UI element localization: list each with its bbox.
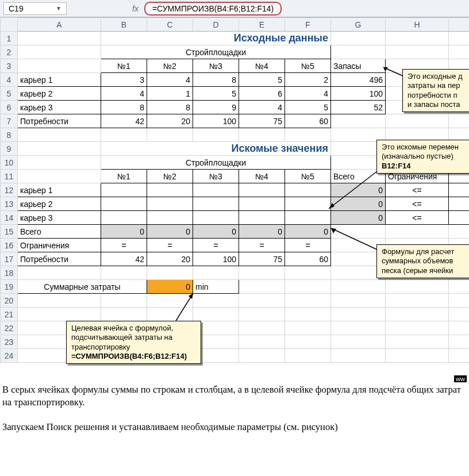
data-cell[interactable]: 5 [239, 73, 285, 87]
var-cell[interactable] [147, 211, 193, 225]
data-cell[interactable]: 52 [331, 101, 386, 114]
data-cell[interactable]: 3 [101, 73, 147, 87]
data-cell[interactable]: 75 [239, 114, 285, 128]
row-header[interactable]: 10 [1, 156, 18, 170]
row-header[interactable]: 9 [1, 142, 18, 156]
var-cell[interactable] [193, 197, 239, 211]
col-header[interactable]: B [101, 18, 147, 32]
row-header[interactable]: 15 [1, 225, 18, 239]
sum-cell[interactable]: 0 [331, 211, 386, 225]
row-header[interactable]: 1 [1, 32, 18, 45]
row-header[interactable]: 2 [1, 45, 18, 59]
var-cell[interactable] [147, 197, 193, 211]
row-header[interactable]: 19 [1, 280, 18, 294]
data-cell[interactable]: 60 [285, 252, 331, 266]
data-cell[interactable]: 100 [331, 87, 386, 101]
arrow-icon [329, 227, 380, 253]
row-header[interactable]: 21 [1, 308, 18, 321]
data-cell[interactable]: 100 [193, 252, 239, 266]
col-label: №2 [147, 170, 193, 183]
fx-icon[interactable]: fx [129, 4, 142, 13]
data-cell[interactable]: 8 [193, 73, 239, 87]
data-cell[interactable]: 8 [147, 101, 193, 114]
var-cell[interactable] [285, 183, 331, 197]
row-header[interactable]: 5 [1, 87, 18, 101]
var-cell[interactable] [147, 183, 193, 197]
constraint-cell: = [285, 239, 331, 252]
row-header[interactable]: 11 [1, 170, 18, 183]
var-cell[interactable] [101, 211, 147, 225]
col-label: №1 [101, 170, 147, 183]
var-cell[interactable] [101, 197, 147, 211]
data-cell[interactable]: 20 [147, 114, 193, 128]
data-cell[interactable]: 4 [285, 87, 331, 101]
row-header[interactable]: 4 [1, 73, 18, 87]
row-header[interactable]: 12 [1, 183, 18, 197]
data-cell[interactable]: 5 [193, 87, 239, 101]
col-header[interactable]: F [285, 18, 331, 32]
data-cell[interactable]: 2 [285, 73, 331, 87]
data-cell[interactable]: 9 [193, 101, 239, 114]
var-cell[interactable] [193, 211, 239, 225]
var-cell[interactable] [193, 183, 239, 197]
var-cell[interactable] [285, 197, 331, 211]
row-header[interactable]: 22 [1, 321, 18, 335]
row-header[interactable]: 17 [1, 252, 18, 266]
row-label: карьер 2 [18, 87, 101, 101]
formula-text[interactable]: =СУММПРОИЗВ(B4:F6;B12:F14) [152, 4, 274, 13]
data-cell[interactable]: 496 [331, 73, 386, 87]
data-cell[interactable]: 8 [101, 101, 147, 114]
row-header[interactable]: 24 [1, 349, 18, 363]
data-cell[interactable]: 4 [101, 87, 147, 101]
data-cell[interactable]: 60 [285, 114, 331, 128]
row-header[interactable]: 16 [1, 239, 18, 252]
row-header[interactable]: 6 [1, 101, 18, 114]
arrow-icon [382, 66, 405, 83]
data-cell[interactable]: 20 [147, 252, 193, 266]
col-header[interactable]: C [147, 18, 193, 32]
data-cell[interactable]: 75 [239, 252, 285, 266]
chevron-down-icon[interactable]: ▼ [56, 5, 61, 11]
data-cell[interactable]: 6 [239, 87, 285, 101]
var-cell[interactable] [239, 197, 285, 211]
select-all-corner[interactable] [1, 18, 18, 32]
sum-cell[interactable]: 0 [239, 225, 285, 239]
data-cell[interactable]: 5 [285, 101, 331, 114]
sum-cell[interactable]: 0 [147, 225, 193, 239]
name-box[interactable]: C19 ▼ [3, 2, 67, 15]
row-header[interactable]: 13 [1, 197, 18, 211]
data-cell[interactable]: 42 [101, 114, 147, 128]
col-header[interactable]: E [239, 18, 285, 32]
data-cell[interactable]: 100 [193, 114, 239, 128]
needs-label: Потребности [18, 114, 101, 128]
row-header[interactable]: 7 [1, 114, 18, 128]
name-box-value: C19 [9, 4, 24, 13]
row-header[interactable]: 14 [1, 211, 18, 225]
col-header[interactable]: A [18, 18, 101, 32]
col-label: №2 [147, 59, 193, 73]
data-cell[interactable]: 1 [147, 87, 193, 101]
var-cell[interactable] [285, 211, 331, 225]
var-cell[interactable] [239, 183, 285, 197]
stocks-label: Запасы [331, 59, 386, 73]
row-header[interactable]: 23 [1, 335, 18, 349]
sum-cell[interactable]: 0 [101, 225, 147, 239]
row-header[interactable]: 20 [1, 294, 18, 308]
body-paragraph: В серых ячейках формулы суммы по строкам… [0, 380, 469, 409]
col-header[interactable]: D [193, 18, 239, 32]
col-header[interactable]: H [386, 18, 449, 32]
row-header[interactable]: 18 [1, 266, 18, 280]
data-cell[interactable]: 4 [147, 73, 193, 87]
data-cell[interactable]: 4 [239, 101, 285, 114]
col-header[interactable] [449, 18, 470, 32]
sum-cell[interactable]: 0 [193, 225, 239, 239]
col-label: №3 [193, 170, 239, 183]
var-cell[interactable] [101, 183, 147, 197]
data-cell[interactable]: 42 [101, 252, 147, 266]
row-header[interactable]: 3 [1, 59, 18, 73]
arrow-icon [326, 168, 381, 212]
sum-cell[interactable]: 0 [285, 225, 331, 239]
row-header[interactable]: 8 [1, 128, 18, 142]
var-cell[interactable] [239, 211, 285, 225]
col-header[interactable]: G [331, 18, 386, 32]
